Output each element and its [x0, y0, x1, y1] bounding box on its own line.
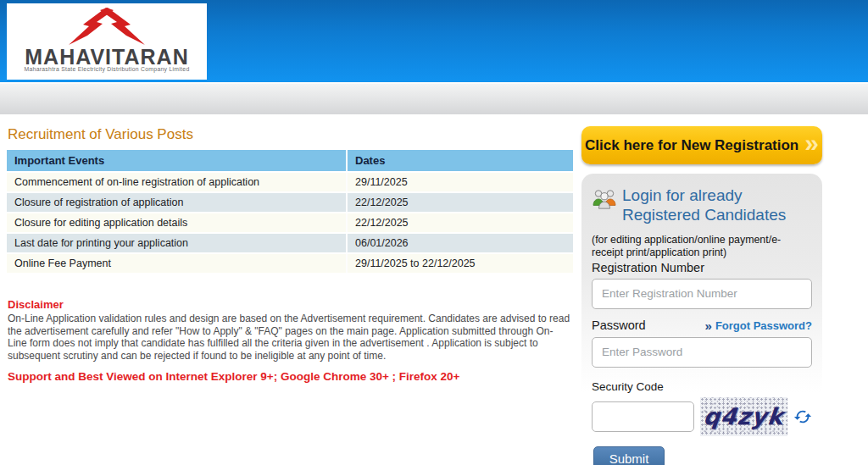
date-cell: 06/01/2026	[348, 234, 573, 252]
table-header-row: Important Events Dates	[7, 150, 573, 171]
event-cell: Last date for printing your application	[7, 234, 348, 252]
new-registration-button[interactable]: Click here for New Registration »	[581, 126, 822, 164]
logo-tagline: Maharashtra State Electricity Distributi…	[7, 66, 207, 72]
mahavitaran-logo: MAHAVITARAN Maharashtra State Electricit…	[7, 3, 207, 80]
login-title-line1: Login for already	[622, 185, 786, 205]
important-events-table: Important Events Dates Commencement of o…	[7, 148, 573, 274]
double-chevron-icon: »	[804, 135, 819, 152]
event-cell: Closure of registration of application	[7, 193, 348, 212]
password-input[interactable]	[592, 337, 812, 368]
refresh-icon	[793, 407, 812, 426]
login-panel-header: Login for already Registered Candidates	[592, 185, 812, 224]
date-cell: 29/11/2025	[348, 173, 573, 191]
disclaimer-text: On-Line Application validation rules and…	[8, 313, 572, 362]
login-title: Login for already Registered Candidates	[622, 185, 786, 224]
registration-number-label: Registration Number	[592, 261, 812, 274]
captcha-image: q4zyk	[700, 397, 787, 436]
forgot-password-link[interactable]: » Forgot Password?	[705, 318, 812, 333]
lightning-bolts-icon	[43, 8, 170, 50]
event-cell: Online Fee Payment	[7, 254, 348, 273]
table-row: Commencement of on-line registration of …	[7, 173, 573, 191]
recruitment-portal-page: MAHAVITARAN Maharashtra State Electricit…	[0, 0, 868, 465]
security-code-input[interactable]	[592, 401, 694, 432]
header-banner: MAHAVITARAN Maharashtra State Electricit…	[0, 0, 868, 82]
table-row: Last date for printing your application …	[7, 234, 573, 252]
new-registration-label: Click here for New Registration	[585, 137, 798, 154]
logo-wordmark: MAHAVITARAN	[7, 48, 207, 66]
login-panel: Login for already Registered Candidates …	[581, 174, 822, 465]
captcha-refresh-button[interactable]	[793, 407, 812, 426]
table-row: Online Fee Payment 29/11/2025 to 22/12/2…	[7, 254, 573, 273]
subheader-band	[0, 82, 868, 114]
login-note: (for editing application/online payment/…	[592, 234, 812, 259]
date-cell: 22/12/2025	[348, 193, 573, 212]
column-header-important-events: Important Events	[7, 150, 348, 171]
event-cell: Commencement of on-line registration of …	[7, 173, 348, 191]
captcha-row: q4zyk	[592, 397, 812, 436]
date-cell: 29/11/2025 to 22/12/2025	[348, 254, 573, 273]
security-code-label: Security Code	[592, 380, 812, 393]
date-cell: 22/12/2025	[348, 213, 573, 232]
registered-candidates-icon	[592, 188, 617, 210]
password-label: Password	[592, 318, 646, 332]
column-header-dates: Dates	[348, 150, 573, 171]
table-row: Closure of registration of application 2…	[7, 193, 573, 212]
password-row: Password » Forgot Password?	[592, 318, 812, 333]
browser-support-note: Support and Best Viewed on Internet Expl…	[8, 370, 460, 383]
page-title: Recruitment of Various Posts	[8, 126, 193, 143]
table-row: Closure for editing application details …	[7, 213, 573, 232]
event-cell: Closure for editing application details	[7, 213, 348, 232]
forgot-password-label: Forgot Password?	[715, 319, 812, 332]
captcha-text: q4zyk	[703, 403, 786, 429]
submit-button[interactable]: Submit	[593, 446, 665, 465]
registration-number-input[interactable]	[592, 279, 812, 309]
login-title-line2: Registered Candidates	[622, 205, 786, 224]
disclaimer-heading: Disclaimer	[8, 298, 64, 311]
chevron-right-icon: »	[705, 318, 712, 333]
